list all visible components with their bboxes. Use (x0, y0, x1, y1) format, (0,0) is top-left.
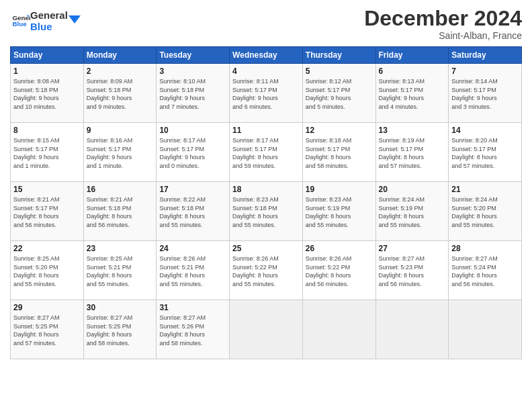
logo-arrow-icon (69, 11, 81, 24)
day-info: Sunrise: 8:25 AM Sunset: 5:20 PM Dayligh… (13, 255, 81, 288)
day-info: Sunrise: 8:22 AM Sunset: 5:18 PM Dayligh… (159, 195, 226, 229)
day-number: 23 (87, 244, 154, 253)
day-info: Sunrise: 8:18 AM Sunset: 5:17 PM Dayligh… (306, 136, 373, 170)
day-info: Sunrise: 8:13 AM Sunset: 5:17 PM Dayligh… (379, 77, 446, 111)
day-number: 20 (379, 185, 446, 194)
day-number: 30 (87, 303, 154, 312)
day-info: Sunrise: 8:27 AM Sunset: 5:24 PM Dayligh… (451, 255, 519, 288)
day-number: 6 (379, 66, 446, 76)
day-number: 10 (159, 126, 226, 135)
day-info: Sunrise: 8:26 AM Sunset: 5:22 PM Dayligh… (306, 255, 373, 288)
page: General Blue General Blue December 2024 … (0, 0, 532, 411)
day-number: 2 (87, 66, 154, 76)
logo-line1: General (30, 9, 68, 21)
day-info: Sunrise: 8:27 AM Sunset: 5:25 PM Dayligh… (87, 314, 154, 347)
table-row: 5Sunrise: 8:12 AM Sunset: 5:17 PM Daylig… (302, 64, 375, 123)
day-info: Sunrise: 8:11 AM Sunset: 5:17 PM Dayligh… (232, 77, 300, 111)
day-number: 11 (232, 126, 300, 135)
day-number: 15 (13, 185, 81, 194)
table-row: 23Sunrise: 8:25 AM Sunset: 5:21 PM Dayli… (83, 241, 157, 300)
day-number: 31 (159, 303, 226, 312)
day-info: Sunrise: 8:23 AM Sunset: 5:19 PM Dayligh… (306, 195, 373, 229)
table-row: 4Sunrise: 8:11 AM Sunset: 5:17 PM Daylig… (230, 64, 303, 123)
day-number: 19 (306, 185, 373, 194)
svg-marker-3 (69, 15, 81, 24)
col-monday: Monday (83, 47, 157, 64)
day-info: Sunrise: 8:14 AM Sunset: 5:17 PM Dayligh… (451, 77, 519, 111)
day-info: Sunrise: 8:23 AM Sunset: 5:18 PM Dayligh… (232, 195, 300, 229)
col-saturday: Saturday (449, 47, 522, 64)
table-row: 13Sunrise: 8:19 AM Sunset: 5:17 PM Dayli… (375, 123, 449, 182)
day-info: Sunrise: 8:27 AM Sunset: 5:23 PM Dayligh… (379, 255, 446, 288)
calendar-week-3: 15Sunrise: 8:21 AM Sunset: 5:17 PM Dayli… (11, 182, 522, 241)
day-number: 1 (13, 66, 81, 76)
day-info: Sunrise: 8:27 AM Sunset: 5:25 PM Dayligh… (13, 314, 81, 347)
table-row (375, 300, 449, 359)
table-row: 17Sunrise: 8:22 AM Sunset: 5:18 PM Dayli… (157, 182, 230, 241)
table-row: 29Sunrise: 8:27 AM Sunset: 5:25 PM Dayli… (11, 300, 84, 359)
day-number: 3 (159, 66, 226, 76)
day-number: 5 (306, 66, 373, 76)
col-tuesday: Tuesday (157, 47, 230, 64)
table-row: 11Sunrise: 8:17 AM Sunset: 5:17 PM Dayli… (230, 123, 303, 182)
svg-text:Blue: Blue (12, 21, 27, 28)
day-number: 29 (13, 303, 81, 312)
table-row: 19Sunrise: 8:23 AM Sunset: 5:19 PM Dayli… (302, 182, 375, 241)
table-row: 20Sunrise: 8:24 AM Sunset: 5:19 PM Dayli… (375, 182, 449, 241)
table-row (302, 300, 375, 359)
table-row: 14Sunrise: 8:20 AM Sunset: 5:17 PM Dayli… (449, 123, 522, 182)
day-number: 7 (451, 66, 519, 76)
table-row: 26Sunrise: 8:26 AM Sunset: 5:22 PM Dayli… (302, 241, 375, 300)
col-thursday: Thursday (302, 47, 375, 64)
calendar-table: Sunday Monday Tuesday Wednesday Thursday… (10, 46, 522, 359)
subtitle: Saint-Alban, France (364, 30, 522, 41)
table-row: 3Sunrise: 8:10 AM Sunset: 5:18 PM Daylig… (157, 64, 230, 123)
day-info: Sunrise: 8:16 AM Sunset: 5:17 PM Dayligh… (87, 136, 154, 170)
day-info: Sunrise: 8:17 AM Sunset: 5:17 PM Dayligh… (232, 136, 300, 170)
day-info: Sunrise: 8:25 AM Sunset: 5:21 PM Dayligh… (87, 255, 154, 288)
table-row: 10Sunrise: 8:17 AM Sunset: 5:17 PM Dayli… (157, 123, 230, 182)
calendar-week-4: 22Sunrise: 8:25 AM Sunset: 5:20 PM Dayli… (11, 241, 522, 300)
table-row: 12Sunrise: 8:18 AM Sunset: 5:17 PM Dayli… (302, 123, 375, 182)
day-info: Sunrise: 8:12 AM Sunset: 5:17 PM Dayligh… (306, 77, 373, 111)
table-row: 18Sunrise: 8:23 AM Sunset: 5:18 PM Dayli… (230, 182, 303, 241)
day-info: Sunrise: 8:15 AM Sunset: 5:17 PM Dayligh… (13, 136, 81, 170)
table-row: 21Sunrise: 8:24 AM Sunset: 5:20 PM Dayli… (449, 182, 522, 241)
table-row: 1Sunrise: 8:08 AM Sunset: 5:18 PM Daylig… (11, 64, 84, 123)
col-friday: Friday (375, 47, 449, 64)
day-number: 26 (306, 244, 373, 253)
day-number: 9 (87, 126, 154, 135)
day-number: 12 (306, 126, 373, 135)
day-info: Sunrise: 8:24 AM Sunset: 5:19 PM Dayligh… (379, 195, 446, 229)
day-info: Sunrise: 8:26 AM Sunset: 5:21 PM Dayligh… (159, 255, 226, 288)
day-info: Sunrise: 8:27 AM Sunset: 5:26 PM Dayligh… (159, 314, 226, 347)
month-title: December 2024 (364, 7, 522, 30)
day-number: 8 (13, 126, 81, 135)
day-number: 4 (232, 66, 300, 76)
day-number: 17 (159, 185, 226, 194)
day-info: Sunrise: 8:17 AM Sunset: 5:17 PM Dayligh… (159, 136, 226, 170)
table-row: 15Sunrise: 8:21 AM Sunset: 5:17 PM Dayli… (11, 182, 84, 241)
day-number: 27 (379, 244, 446, 253)
day-number: 24 (159, 244, 226, 253)
calendar-week-2: 8Sunrise: 8:15 AM Sunset: 5:17 PM Daylig… (11, 123, 522, 182)
table-row (230, 300, 303, 359)
header: General Blue General Blue December 2024 … (10, 7, 522, 41)
day-info: Sunrise: 8:09 AM Sunset: 5:18 PM Dayligh… (87, 77, 154, 111)
col-sunday: Sunday (11, 47, 84, 64)
table-row: 24Sunrise: 8:26 AM Sunset: 5:21 PM Dayli… (157, 241, 230, 300)
day-number: 22 (13, 244, 81, 253)
day-info: Sunrise: 8:21 AM Sunset: 5:17 PM Dayligh… (13, 195, 81, 229)
day-number: 18 (232, 185, 300, 194)
table-row: 22Sunrise: 8:25 AM Sunset: 5:20 PM Dayli… (11, 241, 84, 300)
logo: General Blue General Blue (10, 9, 81, 33)
calendar-header-row: Sunday Monday Tuesday Wednesday Thursday… (11, 47, 522, 64)
day-number: 14 (451, 126, 519, 135)
col-wednesday: Wednesday (230, 47, 303, 64)
day-number: 16 (87, 185, 154, 194)
table-row: 16Sunrise: 8:21 AM Sunset: 5:18 PM Dayli… (83, 182, 157, 241)
day-info: Sunrise: 8:08 AM Sunset: 5:18 PM Dayligh… (13, 77, 81, 111)
table-row: 7Sunrise: 8:14 AM Sunset: 5:17 PM Daylig… (449, 64, 522, 123)
table-row: 30Sunrise: 8:27 AM Sunset: 5:25 PM Dayli… (83, 300, 157, 359)
logo-line2: Blue (30, 21, 68, 32)
